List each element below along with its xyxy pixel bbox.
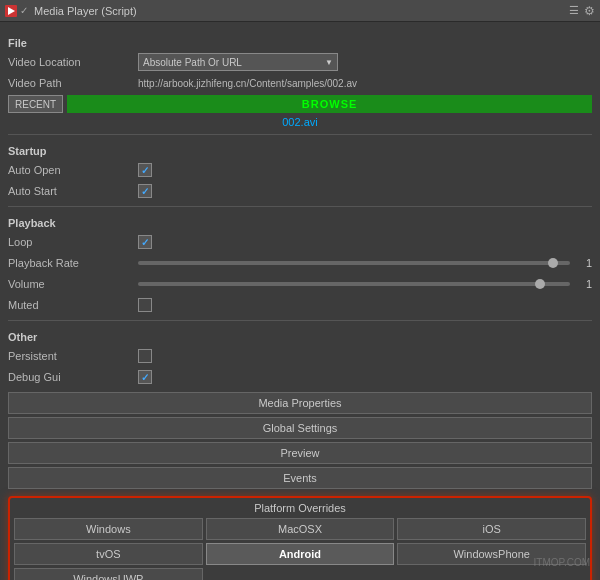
startup-section: Startup Auto Open Auto Start (8, 145, 592, 200)
recent-button[interactable]: RECENT (8, 95, 63, 113)
title-bar-icons: ✓ (5, 5, 28, 17)
menu-icon[interactable]: ☰ (569, 4, 579, 17)
muted-row: Muted (8, 296, 592, 314)
volume-thumb[interactable] (535, 279, 545, 289)
dropdown-arrow-icon: ▼ (325, 58, 333, 67)
volume-label: Volume (8, 278, 138, 290)
window-title: Media Player (Script) (34, 5, 569, 17)
events-button[interactable]: Events (8, 467, 592, 489)
volume-row: Volume 1 (8, 275, 592, 293)
platform-ios-button[interactable]: iOS (397, 518, 586, 540)
video-path-label: Video Path (8, 77, 138, 89)
preview-button[interactable]: Preview (8, 442, 592, 464)
platform-windows-button[interactable]: Windows (14, 518, 203, 540)
filename-label: 002.avi (282, 116, 317, 128)
filename-row: 002.avi (8, 116, 592, 128)
platform-label-row: Platform Overrides (14, 502, 586, 514)
startup-header: Startup (8, 145, 592, 157)
global-settings-button[interactable]: Global Settings (8, 417, 592, 439)
debug-gui-checkbox[interactable] (138, 370, 152, 384)
video-location-value: Absolute Path Or URL (143, 57, 242, 68)
platform-windowsuwp-button[interactable]: WindowsUWP (14, 568, 203, 580)
playback-header: Playback (8, 217, 592, 229)
persistent-row: Persistent (8, 347, 592, 365)
volume-slider-container: 1 (138, 278, 592, 290)
auto-open-checkbox[interactable] (138, 163, 152, 177)
muted-label: Muted (8, 299, 138, 311)
main-content: File Video Location Absolute Path Or URL… (0, 22, 600, 580)
video-location-label: Video Location (8, 56, 138, 68)
playback-rate-thumb[interactable] (548, 258, 558, 268)
debug-gui-row: Debug Gui (8, 368, 592, 386)
platform-bottom-row: WindowsUWP (14, 568, 586, 580)
persistent-label: Persistent (8, 350, 138, 362)
auto-open-label: Auto Open (8, 164, 138, 176)
divider-2 (8, 206, 592, 207)
platform-macosx-button[interactable]: MacOSX (206, 518, 395, 540)
empty-cell-1 (206, 568, 395, 580)
loop-row: Loop (8, 233, 592, 251)
platform-overrides-section: Platform Overrides Windows MacOSX iOS tv… (8, 496, 592, 580)
checkbox-icon: ✓ (20, 5, 28, 16)
playback-rate-value: 1 (576, 257, 592, 269)
platform-grid-2: tvOS Android WindowsPhone (14, 543, 586, 565)
file-section: File Video Location Absolute Path Or URL… (8, 37, 592, 128)
gear-icon[interactable]: ⚙ (584, 4, 595, 18)
divider-1 (8, 134, 592, 135)
loop-checkbox[interactable] (138, 235, 152, 249)
other-header: Other (8, 331, 592, 343)
title-bar: ✓ Media Player (Script) ☰ ⚙ (0, 0, 600, 22)
playback-rate-track[interactable] (138, 261, 570, 265)
video-path-row: Video Path http://arbook.jizhifeng.cn/Co… (8, 74, 592, 92)
media-properties-button[interactable]: Media Properties (8, 392, 592, 414)
divider-3 (8, 320, 592, 321)
playback-rate-slider-container: 1 (138, 257, 592, 269)
volume-track[interactable] (138, 282, 570, 286)
debug-gui-label: Debug Gui (8, 371, 138, 383)
media-player-icon (5, 5, 17, 17)
auto-open-row: Auto Open (8, 161, 592, 179)
platform-tvos-button[interactable]: tvOS (14, 543, 203, 565)
video-path-value: http://arbook.jizhifeng.cn/Content/sampl… (138, 78, 592, 89)
browse-button[interactable]: BROWSE (67, 95, 592, 113)
volume-value: 1 (576, 278, 592, 290)
file-actions-row: RECENT BROWSE (8, 95, 592, 113)
action-buttons: Media Properties Global Settings Preview… (8, 392, 592, 492)
empty-cell-2 (397, 568, 586, 580)
platform-grid: Windows MacOSX iOS (14, 518, 586, 540)
playback-section: Playback Loop Playback Rate 1 Volume 1 (8, 217, 592, 314)
other-section: Other Persistent Debug Gui (8, 331, 592, 386)
playback-rate-label: Playback Rate (8, 257, 138, 269)
auto-start-checkbox[interactable] (138, 184, 152, 198)
loop-label: Loop (8, 236, 138, 248)
muted-checkbox[interactable] (138, 298, 152, 312)
video-location-dropdown[interactable]: Absolute Path Or URL ▼ (138, 53, 338, 71)
platform-overrides-label: Platform Overrides (254, 502, 346, 514)
auto-start-row: Auto Start (8, 182, 592, 200)
platform-android-button[interactable]: Android (206, 543, 395, 565)
watermark: ITMOP.COM (534, 557, 590, 568)
file-section-header: File (8, 37, 592, 49)
auto-start-label: Auto Start (8, 185, 138, 197)
video-location-row: Video Location Absolute Path Or URL ▼ (8, 53, 592, 71)
persistent-checkbox[interactable] (138, 349, 152, 363)
playback-rate-row: Playback Rate 1 (8, 254, 592, 272)
